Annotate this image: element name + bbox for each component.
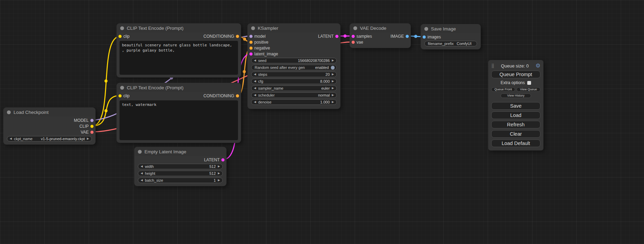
- conditioning-output-dot[interactable]: [236, 94, 239, 97]
- ckpt-name-combo[interactable]: ◀ ckpt_name v1-5-pruned-emaonly.ckpt ▶: [7, 136, 92, 142]
- save-button[interactable]: Save: [491, 102, 540, 110]
- increment-arrow-icon[interactable]: ▶: [332, 101, 334, 103]
- refresh-button[interactable]: Refresh: [491, 121, 540, 128]
- collapse-dot[interactable]: [120, 26, 124, 30]
- conditioning-output-dot[interactable]: [236, 35, 239, 38]
- view-queue-button[interactable]: View Queue: [517, 87, 540, 92]
- model-output-label: MODEL: [74, 118, 89, 123]
- image-output-dot[interactable]: [406, 35, 409, 38]
- link-midpoint-dot[interactable]: [105, 109, 108, 112]
- node-load-checkpoint[interactable]: Load Checkpoint MODEL CLIP VAE ◀ ckpt_na…: [3, 108, 95, 144]
- collapse-dot[interactable]: [424, 27, 428, 31]
- model-output-dot[interactable]: [90, 119, 94, 122]
- settings-gear-icon[interactable]: ⚙: [536, 63, 540, 69]
- latent-output-dot[interactable]: [221, 158, 224, 161]
- link-midpoint-dot[interactable]: [243, 38, 246, 41]
- negative-input-dot[interactable]: [249, 46, 253, 49]
- clip-input-dot[interactable]: [118, 35, 122, 38]
- decrement-arrow-icon[interactable]: ◀: [141, 165, 143, 168]
- node-ksampler[interactable]: KSampler model LATENT positive negative …: [248, 24, 340, 109]
- negative-input-label: negative: [254, 46, 270, 51]
- node-title-bar[interactable]: Save Image: [421, 24, 480, 33]
- node-vae-decode[interactable]: VAE Decode samples IMAGE vae: [350, 24, 411, 48]
- decrement-arrow-icon[interactable]: ◀: [141, 172, 143, 175]
- link-midpoint-dot[interactable]: [243, 70, 246, 73]
- random-seed-toggle-widget[interactable]: Random seed after every gen enabled: [251, 65, 337, 70]
- vae-output-dot[interactable]: [90, 130, 94, 134]
- node-title-bar[interactable]: Empty Latent Image: [134, 147, 226, 156]
- node-empty-latent-image[interactable]: Empty Latent Image LATENT ◀ width 512 ▶ …: [134, 147, 226, 186]
- batch-size-number-widget[interactable]: ◀ batch_size 1 ▶: [138, 178, 223, 183]
- vae-input-dot[interactable]: [352, 40, 355, 44]
- link-midpoint-dot[interactable]: [344, 35, 347, 38]
- increment-arrow-icon[interactable]: ▶: [332, 94, 334, 97]
- positive-prompt-textarea[interactable]: beautiful scenery nature glass bottle la…: [120, 41, 238, 75]
- node-save-image[interactable]: Save Image images filename_prefix ComfyU…: [421, 24, 480, 49]
- latent-output-dot[interactable]: [335, 35, 338, 38]
- widget-name: scheduler: [258, 93, 275, 97]
- load-button[interactable]: Load: [491, 111, 540, 119]
- node-title: Save Image: [431, 26, 456, 31]
- view-history-button[interactable]: View History: [501, 93, 531, 98]
- decrement-arrow-icon[interactable]: ◀: [254, 94, 256, 97]
- decrement-arrow-icon[interactable]: ◀: [254, 87, 256, 90]
- increment-arrow-icon[interactable]: ▶: [332, 87, 334, 90]
- positive-input-dot[interactable]: [249, 40, 253, 44]
- increment-arrow-icon[interactable]: ▶: [218, 179, 220, 182]
- latent-output-label: LATENT: [318, 34, 334, 39]
- load-default-button[interactable]: Load Default: [491, 139, 540, 147]
- collapse-dot[interactable]: [251, 26, 255, 30]
- toggle-knob[interactable]: [331, 66, 335, 70]
- slot-row: clip CONDITIONING: [117, 93, 241, 99]
- queue-front-button[interactable]: Queue Front: [491, 87, 515, 92]
- decrement-arrow-icon[interactable]: ◀: [141, 179, 143, 182]
- extra-options-checkbox[interactable]: [527, 81, 531, 85]
- node-title-bar[interactable]: VAE Decode: [350, 24, 411, 33]
- decrement-arrow-icon[interactable]: ◀: [254, 101, 256, 103]
- collapse-dot[interactable]: [7, 110, 11, 114]
- decrement-arrow-icon[interactable]: ◀: [254, 73, 256, 76]
- queue-prompt-button[interactable]: Queue Prompt: [491, 71, 540, 78]
- sampler-name-combo[interactable]: ◀ sampler_name euler ▶: [251, 85, 337, 91]
- latent-image-input-dot[interactable]: [249, 52, 253, 55]
- decrement-arrow-icon[interactable]: ◀: [254, 59, 256, 62]
- link-midpoint-dot[interactable]: [414, 35, 417, 38]
- samples-input-dot[interactable]: [352, 35, 355, 38]
- seed-number-widget[interactable]: ◀ seed 156680208700286 ▶: [251, 58, 337, 63]
- filename-prefix-text-widget[interactable]: filename_prefix ComfyUI: [424, 41, 477, 46]
- clear-button[interactable]: Clear: [491, 130, 540, 138]
- increment-arrow-icon[interactable]: ▶: [332, 59, 334, 62]
- collapse-dot[interactable]: [120, 86, 124, 90]
- increment-arrow-icon[interactable]: ▶: [218, 172, 220, 175]
- collapse-dot[interactable]: [138, 150, 142, 154]
- denoise-number-widget[interactable]: ◀ denoise 1.000 ▶: [251, 99, 337, 105]
- model-input-dot[interactable]: [249, 35, 253, 38]
- collapse-dot[interactable]: [353, 26, 357, 30]
- node-title-bar[interactable]: CLIP Text Encode (Prompt): [117, 83, 241, 92]
- steps-number-widget[interactable]: ◀ steps 20 ▶: [251, 72, 337, 77]
- node-title-bar[interactable]: CLIP Text Encode (Prompt): [117, 24, 241, 33]
- widget-value: 512: [209, 171, 215, 175]
- decrement-arrow-icon[interactable]: ◀: [10, 137, 12, 140]
- drag-handle-icon[interactable]: ⣿: [491, 63, 494, 68]
- node-clip-text-encode-negative[interactable]: CLIP Text Encode (Prompt) clip CONDITION…: [117, 83, 241, 143]
- increment-arrow-icon[interactable]: ▶: [218, 165, 220, 168]
- slot-row: positive: [248, 39, 340, 45]
- increment-arrow-icon[interactable]: ▶: [87, 137, 89, 140]
- width-number-widget[interactable]: ◀ width 512 ▶: [138, 164, 223, 169]
- clip-input-dot[interactable]: [118, 94, 122, 97]
- node-title-bar[interactable]: KSampler: [248, 24, 340, 33]
- increment-arrow-icon[interactable]: ▶: [332, 73, 334, 76]
- negative-prompt-textarea[interactable]: text, watermark: [120, 100, 238, 140]
- link-midpoint-dot[interactable]: [105, 80, 108, 83]
- decrement-arrow-icon[interactable]: ◀: [254, 80, 256, 83]
- height-number-widget[interactable]: ◀ height 512 ▶: [138, 171, 223, 176]
- node-graph-canvas[interactable]: Load Checkpoint MODEL CLIP VAE ◀ ckpt_na…: [0, 0, 644, 244]
- images-input-dot[interactable]: [423, 35, 426, 38]
- node-clip-text-encode-positive[interactable]: CLIP Text Encode (Prompt) clip CONDITION…: [117, 24, 241, 77]
- node-title-bar[interactable]: Load Checkpoint: [3, 108, 95, 117]
- scheduler-combo[interactable]: ◀ scheduler normal ▶: [251, 92, 337, 98]
- cfg-number-widget[interactable]: ◀ cfg 8.000 ▶: [251, 79, 337, 84]
- clip-output-dot[interactable]: [90, 125, 94, 128]
- increment-arrow-icon[interactable]: ▶: [332, 80, 334, 83]
